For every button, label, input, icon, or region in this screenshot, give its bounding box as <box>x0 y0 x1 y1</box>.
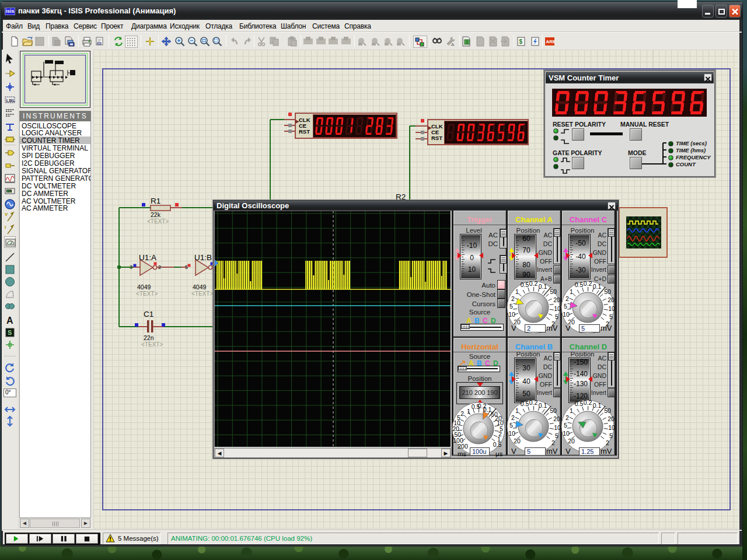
svg-text:<TEXT>: <TEXT> <box>141 341 163 348</box>
svg-text:P.9: P.9 <box>7 190 11 193</box>
svg-text:0.5: 0.5 <box>575 281 584 288</box>
svg-text:10: 10 <box>563 311 570 318</box>
svg-text:1: 1 <box>515 407 519 414</box>
svg-text:5: 5 <box>509 422 513 429</box>
svg-text:S: S <box>8 329 12 336</box>
svg-text:0.1: 0.1 <box>593 402 602 409</box>
svg-text:U1:A: U1:A <box>139 253 156 262</box>
svg-text:22n: 22n <box>144 334 154 341</box>
svg-text:5: 5 <box>185 264 188 270</box>
svg-text:0.1: 0.1 <box>539 283 547 290</box>
svg-text:A: A <box>6 316 13 326</box>
svg-text:LBL: LBL <box>6 98 16 103</box>
svg-text:4049: 4049 <box>137 284 151 290</box>
svg-text:10: 10 <box>554 424 560 431</box>
svg-text:50: 50 <box>550 407 557 414</box>
svg-text:5: 5 <box>555 313 558 320</box>
svg-text:2: 2 <box>460 410 464 417</box>
svg-text:5: 5 <box>555 432 558 439</box>
svg-text:2: 2 <box>158 264 161 270</box>
svg-text:10: 10 <box>508 311 515 318</box>
svg-text:RST: RST <box>299 128 310 135</box>
svg-text:10: 10 <box>554 305 560 312</box>
svg-text:22k: 22k <box>151 211 161 218</box>
svg-text:2: 2 <box>511 295 515 302</box>
svg-text:1: 1 <box>570 407 573 414</box>
svg-text:$: $ <box>519 38 523 45</box>
svg-text:50: 50 <box>604 407 611 414</box>
svg-text:ARES: ARES <box>546 39 556 44</box>
svg-text:4049: 4049 <box>193 284 207 290</box>
svg-text:0.1: 0.1 <box>593 283 602 290</box>
svg-text:5: 5 <box>509 303 513 310</box>
svg-text:0.2: 0.2 <box>584 281 592 287</box>
svg-text:I: I <box>5 225 6 230</box>
svg-text:C1: C1 <box>144 310 153 318</box>
svg-text:2: 2 <box>551 439 555 446</box>
svg-text:10: 10 <box>508 430 515 437</box>
svg-text:0.2: 0.2 <box>529 281 538 287</box>
svg-text:V: V <box>5 212 8 217</box>
svg-text:0.5: 0.5 <box>521 281 529 288</box>
svg-text:2: 2 <box>566 295 569 302</box>
svg-text:R1: R1 <box>151 197 160 205</box>
svg-text:200: 200 <box>458 443 468 450</box>
svg-text:A: A <box>451 42 455 47</box>
svg-text:1: 1 <box>515 288 519 295</box>
svg-text:RST: RST <box>431 135 442 141</box>
svg-text:10: 10 <box>608 424 615 431</box>
svg-text:5: 5 <box>609 432 613 439</box>
svg-text:5: 5 <box>609 313 613 320</box>
svg-text:0.2: 0.2 <box>584 400 592 406</box>
svg-text:0.5: 0.5 <box>575 400 584 407</box>
svg-text:5: 5 <box>564 303 567 310</box>
svg-text:0.5: 0.5 <box>493 441 502 448</box>
svg-text:20: 20 <box>553 415 560 422</box>
svg-text:10: 10 <box>608 305 615 312</box>
svg-text:20: 20 <box>608 296 615 303</box>
svg-text:1: 1 <box>570 288 573 295</box>
svg-text:2: 2 <box>566 414 569 421</box>
svg-text:20: 20 <box>608 415 615 422</box>
svg-text:<TEXT>: <TEXT> <box>136 290 158 297</box>
svg-text:<TEXT>: <TEXT> <box>191 290 213 297</box>
svg-text:20: 20 <box>568 438 575 444</box>
svg-text:20: 20 <box>553 296 560 303</box>
svg-text:3: 3 <box>130 264 132 270</box>
svg-text:0.1: 0.1 <box>539 402 547 409</box>
svg-text:U1:B: U1:B <box>194 253 212 262</box>
svg-text:10: 10 <box>563 430 570 437</box>
svg-text:1: 1 <box>467 408 470 415</box>
svg-text:20: 20 <box>514 438 521 444</box>
svg-text:50: 50 <box>604 288 611 295</box>
svg-text:50: 50 <box>550 288 557 295</box>
svg-text:2: 2 <box>606 439 609 446</box>
svg-text:0.2: 0.2 <box>529 400 538 406</box>
svg-text:2: 2 <box>511 414 515 421</box>
svg-text:0.5: 0.5 <box>521 400 529 407</box>
svg-text:<TEXT>: <TEXT> <box>147 218 169 225</box>
svg-text:5: 5 <box>564 422 567 429</box>
